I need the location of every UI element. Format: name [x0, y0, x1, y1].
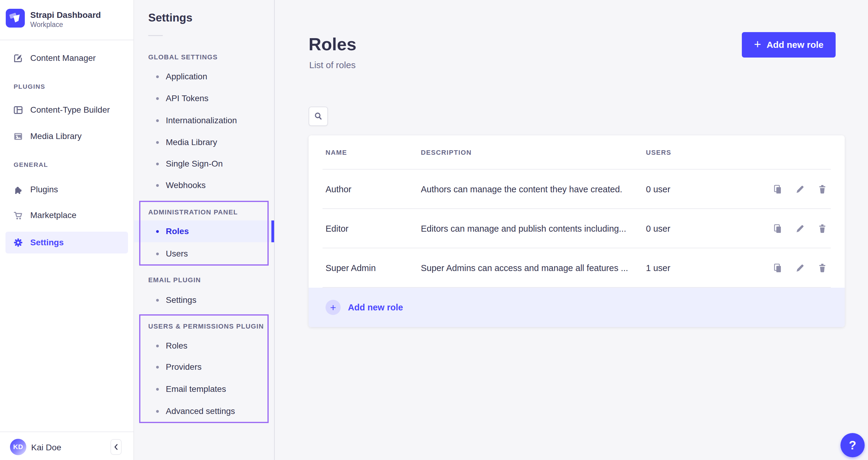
trash-icon	[817, 223, 828, 234]
edit-role-button[interactable]	[795, 184, 805, 195]
column-header-description: DESCRIPTION	[421, 149, 646, 156]
marketplace-icon	[13, 210, 23, 221]
workspace-name: Workplace	[30, 21, 63, 29]
add-new-role-footer-button[interactable]: + Add new role	[309, 288, 845, 327]
edit-role-button[interactable]	[795, 263, 805, 274]
bullet	[156, 253, 159, 255]
bullet	[156, 366, 159, 369]
role-description: Super Admins can access and manage all f…	[421, 263, 646, 273]
role-name: Author	[326, 184, 421, 194]
page-subtitle: List of roles	[309, 60, 355, 70]
duplicate-icon	[772, 223, 783, 234]
subnav-item-users[interactable]: Users	[134, 247, 274, 260]
table-row-editor[interactable]: Editor Editors can manage and publish co…	[309, 209, 845, 248]
role-user-count: 0 user	[646, 184, 772, 194]
bullet	[156, 410, 159, 413]
role-user-count: 0 user	[646, 224, 772, 234]
bullet	[156, 184, 159, 187]
help-button[interactable]: ?	[840, 433, 865, 457]
sidebar-footer: KD Kai Doe	[0, 432, 133, 460]
roles-table-card: NAME DESCRIPTION USERS Author Authors ca…	[309, 135, 845, 327]
edit-icon	[795, 184, 805, 195]
sidebar-item-settings[interactable]: Settings	[5, 232, 128, 254]
duplicate-role-button[interactable]	[772, 263, 783, 274]
table-row-author[interactable]: Author Authors can manage the content th…	[309, 170, 845, 209]
subnav-item-roles-admin[interactable]: Roles	[134, 225, 274, 238]
sidebar-item-marketplace[interactable]: Marketplace	[0, 207, 134, 224]
subnav-item-single-sign-on[interactable]: Single Sign-On	[134, 157, 274, 171]
subnav-item-application[interactable]: Application	[134, 70, 274, 83]
subnav-item-api-tokens[interactable]: API Tokens	[134, 92, 274, 105]
subnav-item-email-settings[interactable]: Settings	[134, 293, 274, 307]
strapi-logo-icon	[6, 9, 25, 28]
sidebar-section-general: GENERAL	[13, 161, 48, 168]
settings-subnav: Settings GLOBAL SETTINGS Application API…	[134, 0, 275, 460]
duplicate-role-button[interactable]	[772, 184, 783, 195]
delete-role-button[interactable]	[817, 223, 828, 234]
role-description: Editors can manage and publish contents …	[421, 224, 646, 234]
role-name: Editor	[326, 224, 421, 234]
bullet	[156, 299, 159, 301]
column-header-name: NAME	[326, 149, 421, 156]
sidebar-item-plugins[interactable]: Plugins	[0, 181, 134, 198]
subnav-item-internationalization[interactable]: Internationalization	[134, 114, 274, 127]
gear-icon	[13, 237, 23, 248]
sidebar-section-plugins: PLUGINS	[13, 83, 45, 90]
avatar[interactable]: KD	[10, 439, 26, 455]
search-icon	[314, 112, 323, 121]
main-sidebar: Strapi Dashboard Workplace Content Manag…	[0, 0, 134, 460]
question-mark-icon: ?	[849, 438, 856, 452]
bullet	[156, 230, 159, 233]
subnav-section-users-permissions: USERS & PERMISSIONS PLUGIN	[148, 322, 264, 330]
edit-role-button[interactable]	[795, 223, 805, 234]
duplicate-role-button[interactable]	[772, 223, 783, 234]
sidebar-item-media-library[interactable]: Media Library	[0, 128, 134, 145]
role-name: Super Admin	[326, 263, 421, 273]
bullet	[156, 119, 159, 122]
edit-icon	[795, 223, 805, 234]
bullet	[156, 388, 159, 391]
plus-icon: +	[754, 38, 761, 50]
add-new-role-button[interactable]: + Add new role	[742, 32, 836, 58]
role-user-count: 1 user	[646, 263, 772, 273]
subnav-item-roles-up[interactable]: Roles	[134, 339, 274, 352]
bullet	[156, 163, 159, 165]
edit-icon	[795, 263, 805, 274]
subnav-item-webhooks[interactable]: Webhooks	[134, 179, 274, 192]
user-name: Kai Doe	[31, 443, 61, 453]
page-title: Roles	[309, 34, 356, 54]
content-type-builder-icon	[13, 105, 23, 115]
subnav-item-email-templates[interactable]: Email templates	[134, 382, 274, 396]
subnav-title: Settings	[148, 11, 192, 24]
duplicate-icon	[772, 184, 783, 195]
media-library-icon	[13, 131, 23, 141]
duplicate-icon	[772, 263, 783, 274]
app-title: Strapi Dashboard	[30, 10, 101, 20]
subnav-section-administration-panel: ADMINISTRATION PANEL	[148, 208, 238, 216]
subnav-section-email-plugin: EMAIL PLUGIN	[148, 276, 201, 284]
collapse-sidebar-button[interactable]	[111, 439, 122, 455]
subnav-section-global-settings: GLOBAL SETTINGS	[148, 53, 218, 61]
subnav-item-media-library[interactable]: Media Library	[134, 136, 274, 149]
roles-page: Roles List of roles + Add new role NAME …	[275, 0, 868, 460]
trash-icon	[817, 263, 828, 274]
delete-role-button[interactable]	[817, 263, 828, 274]
content-manager-icon	[13, 53, 23, 63]
bullet	[156, 97, 159, 100]
column-header-users: USERS	[646, 149, 828, 156]
plugins-icon	[13, 184, 23, 195]
plus-circle-icon: +	[326, 300, 341, 315]
subnav-item-providers[interactable]: Providers	[134, 361, 274, 374]
chevron-left-icon	[114, 443, 119, 451]
bullet	[156, 76, 159, 78]
sidebar-item-content-type-builder[interactable]: Content-Type Builder	[0, 102, 134, 118]
bullet	[156, 345, 159, 347]
trash-icon	[817, 184, 828, 195]
sidebar-item-content-manager[interactable]: Content Manager	[0, 50, 134, 67]
table-header-row: NAME DESCRIPTION USERS	[309, 135, 845, 170]
bullet	[156, 141, 159, 144]
subnav-item-advanced-settings[interactable]: Advanced settings	[134, 405, 274, 418]
table-row-super-admin[interactable]: Super Admin Super Admins can access and …	[309, 248, 845, 288]
delete-role-button[interactable]	[817, 184, 828, 195]
search-button[interactable]	[309, 107, 328, 126]
